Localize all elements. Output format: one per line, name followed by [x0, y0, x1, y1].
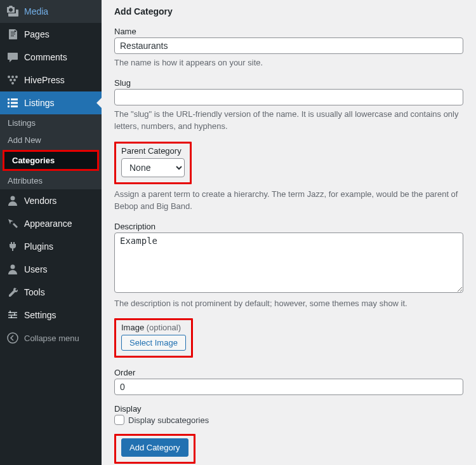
svg-rect-17 — [14, 313, 15, 316]
parent-help: Assign a parent term to create a hierarc… — [114, 188, 463, 213]
tools-icon — [6, 286, 19, 299]
listings-submenu: Listings Add New Categories Attributes — [0, 114, 102, 189]
description-input[interactable]: Example — [114, 232, 463, 293]
name-help: The name is how it appears on your site. — [114, 57, 463, 69]
hivepress-icon — [6, 74, 19, 86]
parent-select[interactable]: None — [121, 158, 185, 177]
field-parent: Parent Category None Assign a parent ter… — [114, 142, 463, 213]
highlight-categories: Categories — [3, 150, 99, 171]
sidebar-item-label: Vendors — [24, 196, 56, 206]
submenu-categories[interactable]: Categories — [4, 152, 97, 169]
sidebar-item-label: Users — [24, 264, 48, 274]
sidebar-item-vendors[interactable]: Vendors — [0, 189, 102, 212]
sidebar-item-plugins[interactable]: Plugins — [0, 235, 102, 258]
slug-help: The "slug" is the URL-friendly version o… — [114, 108, 463, 133]
field-order: Order — [114, 368, 463, 395]
submenu-attributes[interactable]: Attributes — [0, 172, 102, 189]
pages-icon — [6, 28, 19, 41]
select-image-button[interactable]: Select Image — [121, 335, 186, 351]
plugins-icon — [6, 240, 19, 253]
svg-point-2 — [15, 76, 18, 78]
svg-rect-8 — [8, 102, 10, 104]
svg-point-12 — [11, 196, 15, 201]
parent-label: Parent Category — [121, 146, 185, 156]
highlight-submit: Add Category — [114, 434, 195, 464]
submenu-listings[interactable]: Listings — [0, 114, 102, 131]
vendors-icon — [6, 194, 19, 207]
sidebar-item-label: Tools — [24, 287, 45, 297]
svg-point-20 — [8, 333, 18, 343]
media-icon — [6, 5, 19, 18]
appearance-icon — [6, 217, 19, 230]
sidebar-item-label: Appearance — [24, 219, 72, 229]
sidebar-item-label: Settings — [24, 310, 56, 320]
svg-rect-19 — [11, 316, 12, 318]
sidebar-item-label: Plugins — [24, 241, 53, 252]
svg-rect-16 — [8, 314, 17, 316]
svg-rect-11 — [11, 105, 18, 107]
add-category-button[interactable]: Add Category — [121, 438, 188, 457]
field-display: Display Display subcategories — [114, 404, 463, 425]
svg-rect-6 — [8, 98, 10, 100]
svg-rect-10 — [8, 105, 10, 107]
sidebar-item-label: Comments — [24, 52, 67, 62]
image-label: Image (optional) — [121, 323, 186, 332]
sidebar-item-listings[interactable]: Listings — [0, 91, 102, 114]
sidebar-item-label: Media — [24, 6, 48, 17]
display-subcategories-checkbox[interactable] — [114, 415, 124, 425]
sidebar-item-label: Pages — [24, 29, 50, 39]
collapse-menu[interactable]: Collapse menu — [0, 327, 102, 349]
submenu-add-new[interactable]: Add New — [0, 131, 102, 149]
svg-point-13 — [11, 265, 15, 269]
sidebar-item-users[interactable]: Users — [0, 258, 102, 281]
order-input[interactable] — [114, 379, 463, 395]
svg-point-1 — [11, 76, 14, 78]
sidebar-item-label: Listings — [24, 98, 54, 108]
svg-rect-15 — [10, 311, 11, 313]
svg-rect-18 — [8, 317, 17, 318]
sidebar-item-comments[interactable]: Comments — [0, 46, 102, 69]
slug-label: Slug — [114, 78, 463, 88]
svg-point-4 — [13, 79, 16, 81]
sidebar-item-settings[interactable]: Settings — [0, 304, 102, 327]
sidebar-item-tools[interactable]: Tools — [0, 281, 102, 304]
field-description: Description Example The description is n… — [114, 222, 463, 310]
main-content: Add Category Name The name is how it app… — [102, 0, 476, 465]
sidebar-item-label: HivePress — [24, 75, 65, 85]
settings-icon — [6, 309, 19, 321]
sidebar-item-pages[interactable]: Pages — [0, 23, 102, 46]
sidebar-item-hivepress[interactable]: HivePress — [0, 69, 102, 91]
sidebar-item-media[interactable]: Media — [0, 0, 102, 23]
comments-icon — [6, 51, 19, 64]
collapse-icon — [6, 332, 19, 344]
svg-point-0 — [8, 76, 10, 78]
name-label: Name — [114, 27, 463, 36]
highlight-parent: Parent Category None — [114, 142, 192, 184]
name-input[interactable] — [114, 37, 463, 54]
slug-input[interactable] — [114, 89, 463, 105]
svg-rect-9 — [11, 102, 18, 104]
svg-rect-7 — [11, 98, 18, 100]
field-image: Image (optional) Select Image — [114, 318, 463, 359]
svg-point-3 — [10, 79, 12, 81]
svg-point-5 — [11, 82, 14, 84]
field-name: Name The name is how it appears on your … — [114, 27, 463, 69]
sidebar-item-appearance[interactable]: Appearance — [0, 212, 102, 235]
page-title: Add Category — [114, 6, 463, 17]
collapse-label: Collapse menu — [24, 334, 79, 343]
highlight-image: Image (optional) Select Image — [114, 318, 193, 358]
order-label: Order — [114, 368, 463, 377]
field-slug: Slug The "slug" is the URL-friendly vers… — [114, 78, 463, 133]
listings-icon — [6, 97, 19, 109]
description-label: Description — [114, 222, 463, 231]
users-icon — [6, 263, 19, 276]
description-help: The description is not prominent by defa… — [114, 297, 463, 310]
admin-sidebar: Media Pages Comments HivePress Listings … — [0, 0, 102, 465]
display-checkbox-label: Display subcategories — [128, 415, 209, 425]
display-label: Display — [114, 404, 463, 414]
